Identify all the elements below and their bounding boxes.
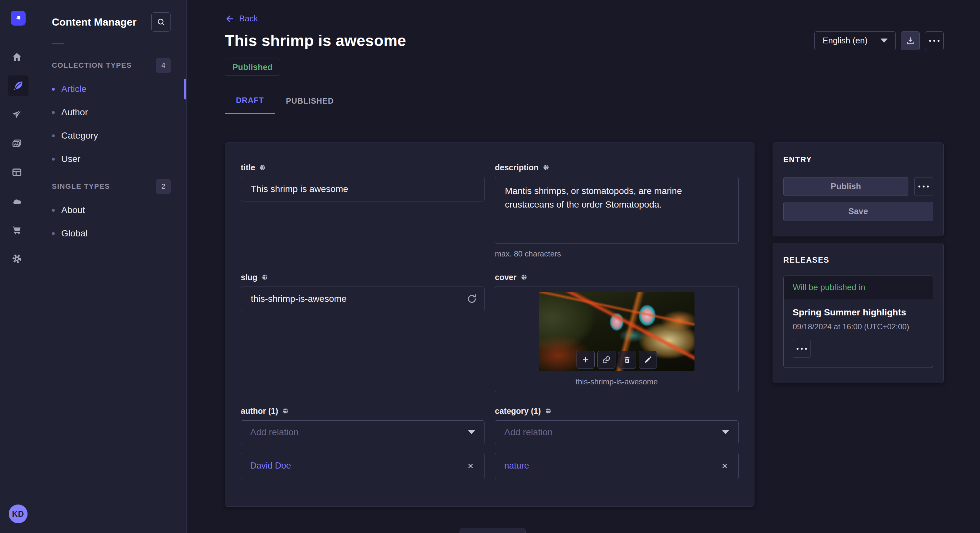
relation-placeholder: Add relation — [504, 427, 552, 438]
bottom-peek-button[interactable] — [460, 528, 526, 533]
save-button[interactable]: Save — [783, 202, 933, 221]
strapi-logo-icon — [13, 13, 23, 23]
sidebar-item-label: User — [61, 154, 80, 164]
description-hint: max. 80 characters — [495, 249, 738, 259]
export-button[interactable] — [901, 32, 920, 50]
refresh-icon — [466, 293, 477, 305]
ellipsis-icon — [929, 40, 940, 42]
bullet-icon — [52, 88, 55, 90]
tab-published[interactable]: PUBLISHED — [275, 88, 345, 114]
more-options-button[interactable] — [925, 32, 944, 50]
title-field-label: title — [241, 163, 255, 172]
field-title: title — [241, 163, 485, 259]
title-input[interactable] — [241, 177, 485, 201]
back-link[interactable]: Back — [225, 14, 258, 24]
ellipsis-icon — [918, 186, 929, 187]
bullet-icon — [52, 209, 55, 212]
bullet-icon — [52, 111, 55, 114]
bullet-icon — [52, 134, 55, 137]
entry-form-card: title description — [225, 143, 754, 507]
sidebar-item-label: Global — [61, 228, 88, 239]
strapi-logo[interactable] — [11, 11, 25, 25]
sidebar-item-label: Article — [61, 84, 86, 94]
content-manager-sidebar: Content Manager COLLECTION TYPES 4 Artic… — [36, 0, 187, 533]
collection-types-count: 4 — [156, 58, 171, 73]
plus-icon — [581, 355, 590, 364]
active-indicator — [184, 79, 186, 99]
entry-panel: ENTRY Publish Save — [773, 143, 944, 236]
remove-relation-button[interactable] — [466, 462, 475, 471]
relation-link[interactable]: David Doe — [250, 461, 291, 471]
sidebar-item-author[interactable]: Author — [52, 101, 171, 124]
release-card: Will be published in Spring Summer highl… — [783, 276, 933, 368]
copy-link-button[interactable] — [597, 351, 616, 369]
release-more-button[interactable] — [793, 339, 811, 358]
chevron-down-icon — [468, 430, 475, 434]
field-description: description Mantis shrimps, or stomatopo… — [495, 163, 738, 259]
releases-icon[interactable] — [8, 106, 26, 124]
back-label: Back — [239, 14, 258, 24]
category-relation-select[interactable]: Add relation — [495, 420, 738, 444]
ellipsis-icon — [797, 348, 807, 350]
search-button[interactable] — [151, 12, 171, 32]
home-icon[interactable] — [8, 48, 26, 66]
locale-select[interactable]: English (en) — [815, 32, 896, 50]
slug-input[interactable] — [241, 287, 485, 311]
sidebar-item-article[interactable]: Article — [52, 78, 171, 101]
user-avatar[interactable]: KD — [9, 504, 27, 523]
single-types-count: 2 — [156, 179, 171, 194]
content-type-builder-icon[interactable] — [8, 163, 26, 181]
author-field-label: author (1) — [241, 406, 278, 416]
sidebar-item-global[interactable]: Global — [52, 222, 171, 245]
status-badge: Published — [225, 59, 280, 76]
publish-button[interactable]: Publish — [783, 177, 908, 196]
marketplace-cart-icon[interactable] — [8, 221, 26, 239]
deploy-cloud-icon[interactable] — [8, 192, 26, 210]
locale-value: English (en) — [822, 36, 867, 46]
side-panels: ENTRY Publish Save RELEASES Will be publ… — [773, 143, 944, 383]
collection-types-header: COLLECTION TYPES — [52, 61, 132, 70]
divider — [52, 43, 64, 44]
download-icon — [905, 36, 915, 46]
chevron-down-icon — [722, 430, 729, 434]
bullet-icon — [52, 158, 55, 160]
globe-icon — [259, 164, 266, 171]
author-relation-select[interactable]: Add relation — [241, 420, 485, 444]
sidebar-item-category[interactable]: Category — [52, 124, 171, 148]
field-category: category (1) Add relation nature — [495, 406, 738, 479]
edit-media-button[interactable] — [639, 351, 657, 369]
entry-more-button[interactable] — [914, 177, 933, 196]
entry-panel-heading: ENTRY — [783, 155, 933, 164]
rail-bottom: KD — [0, 496, 36, 533]
delete-media-button[interactable] — [618, 351, 636, 369]
x-icon — [720, 462, 729, 471]
page-title: This shrimp is awesome — [225, 32, 406, 49]
regenerate-slug-button[interactable] — [466, 293, 477, 305]
main-content: Back This shrimp is awesome English (en) — [187, 0, 980, 533]
content-manager-icon[interactable] — [8, 75, 29, 96]
add-media-button[interactable] — [576, 351, 595, 369]
remove-relation-button[interactable] — [720, 462, 729, 471]
tab-draft[interactable]: DRAFT — [225, 88, 275, 114]
arrow-left-icon — [225, 14, 235, 24]
release-date: 09/18/2024 at 16:00 (UTC+02:00) — [793, 322, 924, 331]
description-textarea[interactable]: Mantis shrimps, or stomatopods, are mari… — [495, 177, 738, 244]
cover-toolbar — [576, 351, 657, 369]
relation-link[interactable]: nature — [504, 461, 529, 471]
category-field-label: category (1) — [495, 406, 541, 416]
sidebar-item-user[interactable]: User — [52, 148, 171, 171]
media-library-icon[interactable] — [8, 134, 26, 152]
globe-icon — [545, 408, 552, 414]
search-icon — [156, 17, 166, 27]
header-controls: English (en) — [815, 32, 944, 50]
app-nav-rail: KD — [0, 0, 36, 533]
field-author: author (1) Add relation David Doe — [241, 406, 485, 479]
cover-filename: this-shrimp-is-awesome — [495, 377, 738, 386]
settings-gear-icon[interactable] — [8, 250, 26, 268]
divider — [0, 496, 36, 496]
sidebar-item-label: About — [61, 205, 85, 215]
globe-icon — [520, 274, 528, 281]
sidebar-item-about[interactable]: About — [52, 198, 171, 222]
single-types-list: About Global — [52, 198, 171, 245]
releases-panel: RELEASES Will be published in Spring Sum… — [773, 243, 944, 383]
